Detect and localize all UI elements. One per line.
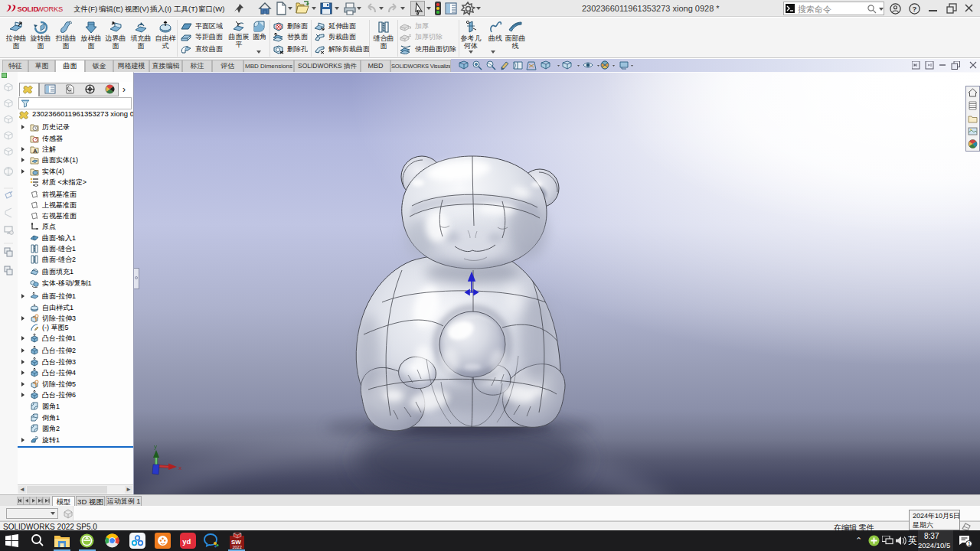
- svg-text:y: y: [154, 443, 157, 450]
- svg-text:?: ?: [913, 5, 917, 13]
- svg-text:yd: yd: [182, 537, 191, 546]
- svg-text:WORKS: WORKS: [37, 5, 63, 13]
- svg-text:x: x: [178, 465, 181, 471]
- svg-text:SOLID: SOLID: [18, 5, 39, 13]
- svg-text:1: 1: [968, 540, 971, 547]
- svg-text:A: A: [33, 148, 38, 155]
- svg-text:2022: 2022: [233, 545, 242, 549]
